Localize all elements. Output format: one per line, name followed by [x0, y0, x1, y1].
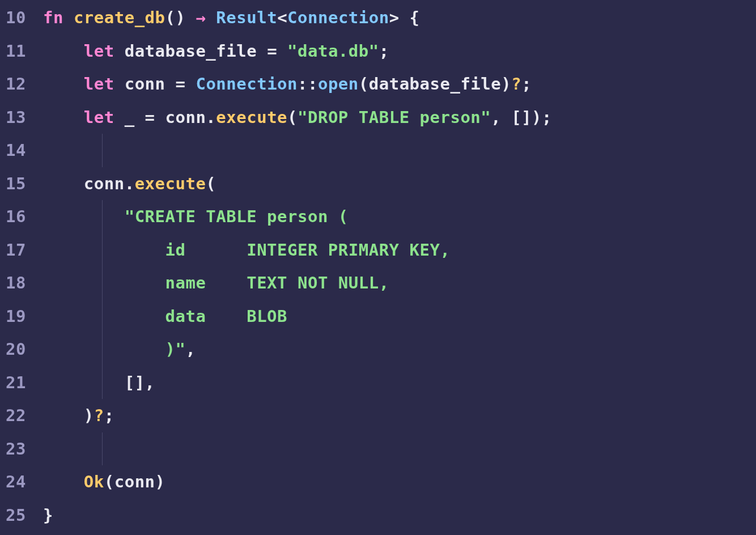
token-plain: ( [206, 174, 216, 193]
token-plain: (conn) [104, 472, 165, 491]
token-plain: , []); [491, 108, 552, 127]
line-number: 13 [0, 101, 43, 134]
code-line[interactable]: 20 )", [0, 333, 756, 366]
token-plain: < [277, 8, 287, 27]
code-line[interactable]: 19 data BLOB [0, 300, 756, 333]
token-type: open [318, 74, 359, 94]
line-number: 11 [0, 35, 43, 68]
code-line[interactable]: 25} [0, 499, 756, 532]
token-str: "DROP TABLE person" [298, 108, 491, 127]
token-plain [43, 108, 84, 127]
token-kw: let [84, 108, 114, 127]
indent-guide [102, 333, 103, 366]
code-line[interactable]: 14 [0, 134, 756, 167]
code-line[interactable]: 24 Ok(conn) [0, 465, 756, 499]
code-line[interactable]: 11 let database_file = "data.db"; [0, 35, 756, 68]
line-number: 23 [0, 432, 43, 466]
code-line[interactable]: 10fn create_db() → Result<Connection> { [0, 1, 756, 35]
token-plain: > { [389, 8, 420, 27]
token-plain: () [165, 8, 196, 27]
token-plain: conn = [114, 74, 196, 94]
code-line[interactable]: 18 name TEXT NOT NULL, [0, 266, 756, 300]
token-kw: fn [43, 8, 63, 27]
token-plain: ; [104, 406, 114, 425]
line-number: 14 [0, 134, 43, 167]
token-str: )" [43, 339, 185, 359]
line-number: 22 [0, 399, 43, 432]
code-content[interactable]: conn.execute( [43, 167, 756, 201]
code-content[interactable]: )", [43, 333, 756, 366]
code-content[interactable]: "CREATE TABLE person ( [43, 200, 756, 233]
token-fn: execute [135, 174, 206, 193]
token-plain: database_file = [114, 41, 287, 61]
line-number: 18 [0, 266, 43, 300]
indent-guide [102, 432, 103, 466]
indent-guide [102, 300, 103, 333]
token-kw: → [196, 8, 206, 27]
token-plain: ) [43, 406, 94, 425]
indent-guide [102, 266, 103, 300]
indent-guide [102, 366, 103, 400]
token-plain: ; [521, 74, 532, 94]
line-number: 17 [0, 233, 43, 267]
code-line[interactable]: 13 let _ = conn.execute("DROP TABLE pers… [0, 101, 756, 134]
token-kw: let [84, 74, 114, 94]
code-line[interactable]: 22 )?; [0, 399, 756, 432]
code-line[interactable]: 12 let conn = Connection::open(database_… [0, 67, 756, 101]
code-content[interactable]: data BLOB [43, 300, 756, 333]
indent-guide [102, 233, 103, 267]
token-plain: :: [298, 74, 318, 94]
token-str: data BLOB [43, 307, 287, 326]
code-line[interactable]: 21 [], [0, 366, 756, 400]
code-content[interactable]: fn create_db() → Result<Connection> { [43, 1, 756, 35]
code-content[interactable]: } [43, 499, 756, 532]
token-fn: ? [94, 406, 104, 425]
code-content[interactable]: [], [43, 366, 756, 400]
token-kw: let [84, 41, 114, 61]
indent-guide [102, 134, 103, 167]
code-content[interactable]: let conn = Connection::open(database_fil… [43, 67, 756, 101]
token-str: name TEXT NOT NULL, [43, 273, 389, 292]
code-content[interactable]: name TEXT NOT NULL, [43, 266, 756, 300]
token-plain [43, 41, 84, 61]
token-str: "data.db" [287, 41, 379, 61]
code-line[interactable]: 17 id INTEGER PRIMARY KEY, [0, 233, 756, 267]
code-content[interactable] [43, 432, 756, 466]
token-plain [206, 8, 216, 27]
line-number: 20 [0, 333, 43, 366]
token-plain: (database_file) [359, 74, 511, 94]
token-fn: Ok [84, 472, 104, 491]
token-type: Connection [287, 8, 389, 27]
line-number: 21 [0, 366, 43, 400]
code-line[interactable]: 16 "CREATE TABLE person ( [0, 200, 756, 233]
code-content[interactable] [43, 134, 756, 167]
code-content[interactable]: id INTEGER PRIMARY KEY, [43, 233, 756, 267]
code-line[interactable]: 15 conn.execute( [0, 167, 756, 201]
token-plain: [], [43, 373, 155, 392]
token-str: id INTEGER PRIMARY KEY, [43, 240, 450, 260]
token-plain: conn. [43, 174, 135, 193]
code-content[interactable]: let database_file = "data.db"; [43, 35, 756, 68]
token-fn: execute [216, 108, 287, 127]
line-number: 16 [0, 200, 43, 233]
code-content[interactable]: )?; [43, 399, 756, 432]
token-plain [43, 472, 84, 491]
line-number: 19 [0, 300, 43, 333]
line-number: 12 [0, 67, 43, 101]
line-number: 15 [0, 167, 43, 201]
token-fn: ? [511, 74, 521, 94]
token-type: Connection [196, 74, 298, 94]
token-fn: create_db [74, 8, 165, 27]
token-plain [63, 8, 74, 27]
code-content[interactable]: let _ = conn.execute("DROP TABLE person"… [43, 101, 756, 134]
token-plain [43, 207, 125, 226]
code-content[interactable]: Ok(conn) [43, 465, 756, 499]
token-plain: , [185, 339, 196, 359]
token-type: Result [216, 8, 277, 27]
code-line[interactable]: 23 [0, 432, 756, 466]
token-plain: } [43, 506, 53, 525]
token-plain: _ = conn. [114, 108, 216, 127]
line-number: 10 [0, 1, 43, 35]
token-plain: ( [287, 108, 298, 127]
code-editor[interactable]: 10fn create_db() → Result<Connection> {1… [0, 0, 756, 532]
